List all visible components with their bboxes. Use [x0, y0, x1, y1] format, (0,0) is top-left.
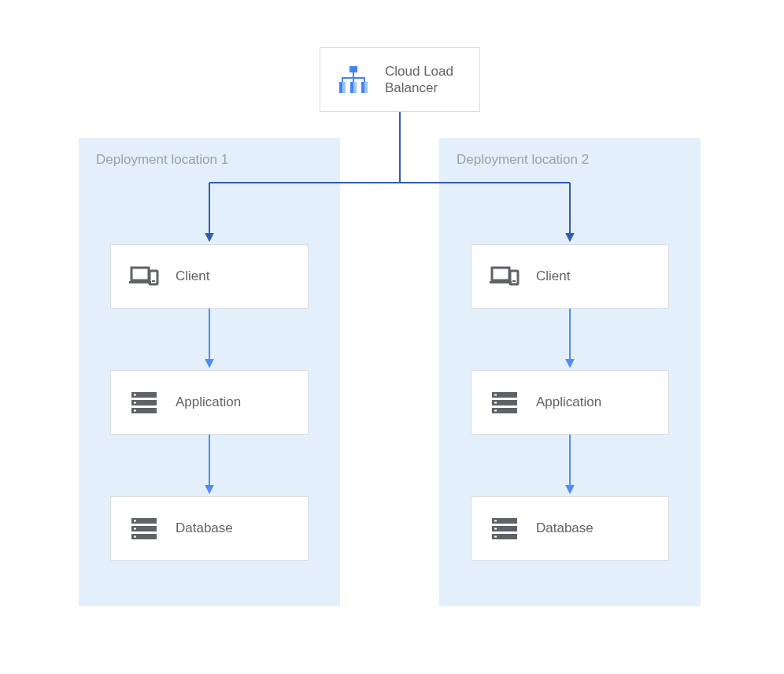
svg-rect-43: [494, 536, 497, 538]
svg-rect-31: [512, 280, 516, 282]
svg-rect-3: [342, 79, 343, 82]
svg-rect-25: [134, 520, 136, 522]
server-icon: [128, 387, 160, 418]
server-icon: [489, 387, 520, 418]
svg-rect-14: [150, 271, 157, 284]
svg-rect-37: [494, 410, 497, 412]
svg-rect-5: [364, 79, 365, 82]
svg-rect-12: [131, 268, 149, 280]
client-box-left: Client: [110, 244, 309, 309]
svg-rect-20: [134, 402, 136, 404]
database-box-right: Database: [471, 496, 669, 561]
server-icon: [128, 513, 160, 544]
svg-rect-19: [134, 394, 136, 396]
svg-rect-7: [339, 82, 342, 93]
application-label-left: Application: [176, 394, 241, 410]
client-label-right: Client: [536, 268, 570, 284]
svg-rect-35: [494, 394, 497, 396]
svg-rect-28: [492, 268, 509, 280]
load-balancer-icon: [338, 64, 369, 95]
region-right-title: Deployment location 2: [457, 152, 683, 168]
svg-rect-26: [134, 528, 136, 530]
client-box-right: Client: [471, 244, 669, 309]
svg-rect-13: [129, 281, 151, 283]
server-icon: [489, 513, 520, 544]
load-balancer-box: Cloud Load Balancer: [320, 47, 480, 112]
devices-icon: [489, 261, 520, 292]
svg-rect-0: [349, 66, 357, 72]
application-box-left: Application: [110, 370, 309, 435]
svg-rect-1: [353, 72, 354, 77]
svg-rect-2: [342, 77, 365, 79]
database-label-right: Database: [536, 520, 594, 536]
application-label-right: Application: [536, 394, 601, 410]
svg-rect-36: [494, 402, 497, 404]
application-box-right: Application: [471, 370, 669, 435]
svg-rect-27: [134, 536, 136, 538]
database-box-left: Database: [110, 496, 309, 561]
devices-icon: [128, 261, 160, 292]
svg-rect-11: [361, 82, 364, 93]
svg-rect-9: [350, 82, 353, 93]
svg-rect-42: [494, 528, 497, 530]
client-label-left: Client: [176, 268, 209, 284]
svg-rect-41: [494, 520, 497, 522]
database-label-left: Database: [176, 520, 233, 536]
region-left-title: Deployment location 1: [96, 152, 323, 168]
load-balancer-label: Cloud Load Balancer: [385, 63, 453, 97]
svg-rect-21: [134, 410, 136, 412]
svg-rect-4: [353, 79, 354, 82]
svg-rect-15: [152, 280, 155, 282]
svg-rect-30: [510, 271, 518, 284]
svg-rect-29: [490, 281, 512, 283]
